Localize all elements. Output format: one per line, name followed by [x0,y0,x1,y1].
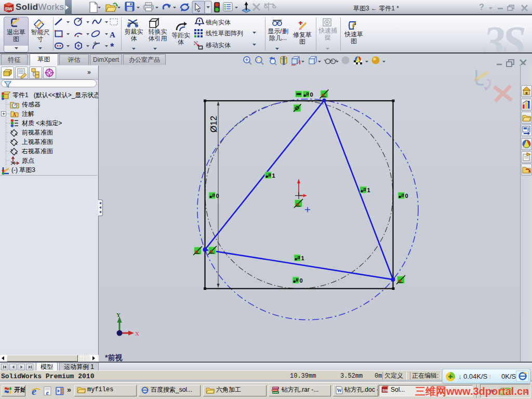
svg-text:e: e [32,385,36,397]
svg-text:W: W [337,388,342,393]
svg-text:SW: SW [382,388,389,393]
svg-text:SW: SW [5,6,12,11]
svg-text:*: * [110,41,114,52]
svg-text:A: A [12,112,17,117]
svg-text:A: A [110,31,115,39]
svg-text:e: e [46,389,49,396]
